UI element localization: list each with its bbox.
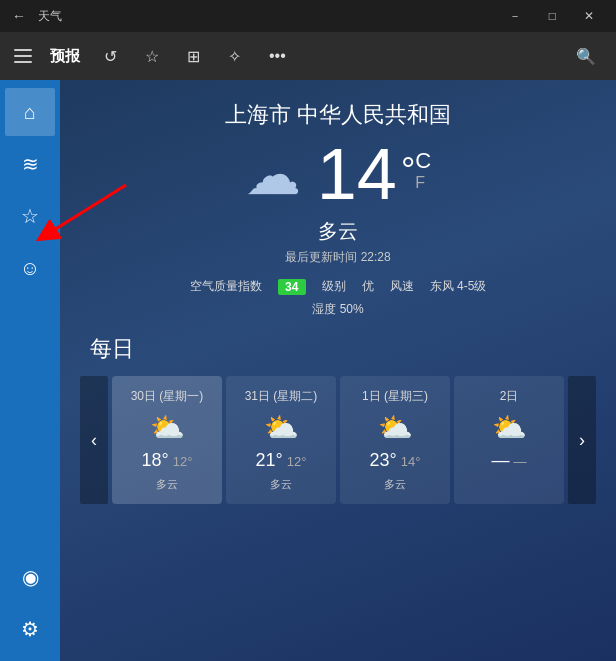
sidebar-item-feedback[interactable]: ☺ [5,244,55,292]
unit-block: ° [401,146,415,192]
daily-low: 12° [287,454,307,469]
sidebar-item-avatar[interactable]: ◉ [5,553,55,601]
humidity-row: 湿度 50% [90,301,586,318]
daily-cloud-icon: ⛅ [264,411,299,444]
daily-high: — [492,450,510,471]
daily-high: 23° [370,450,397,471]
daily-card[interactable]: 31日 (星期二) ⛅ 21° 12° 多云 [226,376,336,504]
wind-value: 东风 4-5级 [430,278,487,295]
location-title: 上海市 中华人民共和国 [90,100,586,130]
favorite-button[interactable]: ☆ [133,39,171,74]
humidity-value: 50% [340,302,364,316]
window-controls: － □ ✕ [495,0,608,32]
fahrenheit-unit[interactable]: F [415,174,431,192]
main-layout: ⌂ ≋ ☆ ☺ ◉ ⚙ 上海市 中华人民共和国 ☁ 14 [0,80,616,661]
daily-cloud-icon: ⛅ [492,411,527,444]
aqi-badge: 34 [278,279,306,295]
daily-desc: 多云 [384,477,406,492]
daily-cards: 30日 (星期一) ⛅ 18° 12° 多云 31日 (星期二) ⛅ 21° 1… [112,376,564,504]
sidebar-item-settings[interactable]: ⚙ [5,605,55,653]
forecast-label[interactable]: 预报 [42,47,88,66]
sidebar: ⌂ ≋ ☆ ☺ ◉ ⚙ [0,80,60,661]
sidebar-item-favorites[interactable]: ☆ [5,192,55,240]
sidebar-item-chart[interactable]: ≋ [5,140,55,188]
pin-button[interactable]: ⊞ [175,39,212,74]
menu-button[interactable] [8,43,38,69]
daily-scroll: ‹ 30日 (星期一) ⛅ 18° 12° 多云 31日 (星期二) ⛅ 21°… [80,376,596,504]
close-button[interactable]: ✕ [570,0,608,32]
sidebar-bottom: ◉ ⚙ [5,553,55,661]
unit-selector: C F [415,148,431,192]
aqi-rating-value: 优 [362,278,374,295]
back-button[interactable]: ← [8,4,30,28]
daily-date: 30日 (星期一) [131,388,204,405]
daily-card[interactable]: 2日 ⛅ — — [454,376,564,504]
restore-button[interactable]: □ [535,0,570,32]
search-button[interactable]: 🔍 [564,39,608,74]
scroll-right-button[interactable]: › [568,376,596,504]
daily-desc: 多云 [270,477,292,492]
content-area: 上海市 中华人民共和国 ☁ 14 ° C F 多云 最后更新时间 22:28 空… [60,80,616,661]
humidity-label: 湿度 [312,302,336,316]
title-bar: ← 天气 － □ ✕ [0,0,616,32]
display-settings-button[interactable]: ✧ [216,39,253,74]
daily-date: 1日 (星期三) [362,388,428,405]
celsius-unit[interactable]: C [415,148,431,174]
daily-card[interactable]: 30日 (星期一) ⛅ 18° 12° 多云 [112,376,222,504]
daily-cloud-icon: ⛅ [378,411,413,444]
daily-low: — [514,454,527,469]
more-button[interactable]: ••• [257,39,298,73]
daily-low: 14° [401,454,421,469]
details-row: 空气质量指数 34 级别 优 风速 东风 4-5级 [90,278,586,295]
daily-desc: 多云 [156,477,178,492]
aqi-rating-label: 级别 [322,278,346,295]
last-update: 最后更新时间 22:28 [90,249,586,266]
daily-cloud-icon: ⛅ [150,411,185,444]
temperature-value: 14 [317,138,397,210]
sidebar-item-home[interactable]: ⌂ [5,88,55,136]
weather-main: ☁ 14 ° C F [90,138,586,210]
refresh-button[interactable]: ↺ [92,39,129,74]
aqi-label: 空气质量指数 [190,278,262,295]
daily-high: 21° [256,450,283,471]
daily-date: 31日 (星期二) [245,388,318,405]
daily-date: 2日 [500,388,519,405]
daily-low: 12° [173,454,193,469]
daily-high: 18° [142,450,169,471]
minimize-button[interactable]: － [495,0,535,32]
scroll-left-button[interactable]: ‹ [80,376,108,504]
weather-description: 多云 [90,218,586,245]
toolbar: 预报 ↺ ☆ ⊞ ✧ ••• 🔍 [0,32,616,80]
degree-symbol: ° [401,150,415,192]
daily-card[interactable]: 1日 (星期三) ⛅ 23° 14° 多云 [340,376,450,504]
daily-title: 每日 [90,334,586,364]
temperature-block: 14 ° C F [317,138,431,210]
wind-label: 风速 [390,278,414,295]
window-title: 天气 [38,8,487,25]
cloud-icon: ☁ [245,142,301,207]
